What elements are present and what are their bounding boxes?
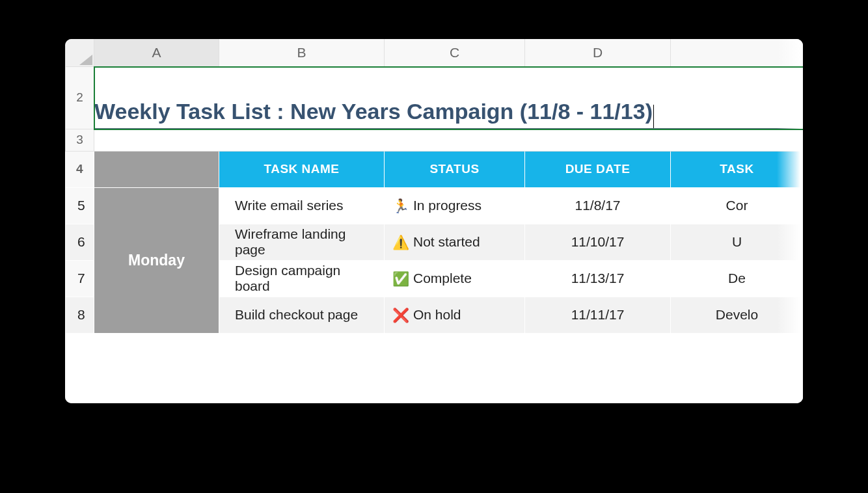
cell-due[interactable]: 11/11/17	[525, 297, 671, 333]
check-icon: ✅	[392, 271, 408, 287]
row-header-4[interactable]: 4	[66, 151, 94, 187]
status-label: Complete	[413, 271, 472, 286]
warning-icon: ⚠️	[392, 235, 408, 250]
fade-bottom	[65, 364, 803, 403]
x-icon: ❌	[392, 308, 408, 323]
day-label-cell[interactable]: Monday	[94, 187, 219, 333]
col-task-name[interactable]: TASK NAME	[219, 151, 385, 187]
cell-status[interactable]: ⚠️Not started	[385, 224, 525, 260]
column-header-B[interactable]: B	[219, 39, 385, 66]
cell-status[interactable]: ❌On hold	[385, 297, 525, 333]
column-header-row: A B C D	[66, 39, 804, 66]
row-header-7[interactable]: 7	[66, 260, 94, 297]
column-header-D[interactable]: D	[525, 39, 671, 66]
cell-due[interactable]: 11/13/17	[525, 260, 671, 297]
cell-extra[interactable]: Develo	[671, 297, 804, 333]
cell-task[interactable]: Design campaign board	[219, 260, 385, 297]
status-label: In progress	[413, 198, 481, 213]
cell-extra[interactable]: De	[671, 260, 804, 297]
status-label: Not started	[413, 235, 480, 250]
spreadsheet-grid[interactable]: A B C D 2 Weekly Task List : New Years C…	[65, 39, 803, 334]
cell-task[interactable]: Build checkout page	[219, 297, 385, 333]
cell-status[interactable]: ✅Complete	[385, 260, 525, 297]
running-icon: 🏃	[392, 198, 408, 214]
empty-cell[interactable]	[94, 129, 804, 151]
table-row: 5 Monday Write email series 🏃In progress…	[66, 187, 804, 224]
cell-task[interactable]: Wireframe landing page	[219, 224, 385, 260]
table-corner-cell[interactable]	[94, 151, 219, 187]
title-cell[interactable]: Weekly Task List : New Years Campaign (1…	[94, 66, 804, 129]
col-due-date[interactable]: DUE DATE	[525, 151, 671, 187]
sheet-title: Weekly Task List : New Years Campaign (1…	[94, 99, 653, 124]
status-label: On hold	[413, 308, 461, 323]
title-row: 2 Weekly Task List : New Years Campaign …	[66, 66, 804, 129]
col-extra[interactable]: TASK	[671, 151, 804, 187]
cell-extra[interactable]: U	[671, 224, 804, 260]
cell-extra[interactable]: Cor	[671, 187, 804, 224]
column-header-E[interactable]	[671, 39, 804, 66]
row-header-6[interactable]: 6	[66, 224, 94, 260]
text-cursor	[653, 105, 654, 128]
cell-status[interactable]: 🏃In progress	[385, 187, 525, 224]
column-header-A[interactable]: A	[94, 39, 219, 66]
cell-task[interactable]: Write email series	[219, 187, 385, 224]
row-header-2[interactable]: 2	[66, 66, 94, 129]
cell-due[interactable]: 11/10/17	[525, 224, 671, 260]
table-header-row: 4 TASK NAME STATUS DUE DATE TASK	[66, 151, 804, 187]
row-header-3[interactable]: 3	[66, 129, 94, 151]
column-header-C[interactable]: C	[385, 39, 525, 66]
select-all-corner[interactable]	[66, 39, 94, 66]
row-header-5[interactable]: 5	[66, 187, 94, 224]
col-status[interactable]: STATUS	[385, 151, 525, 187]
row-header-8[interactable]: 8	[66, 297, 94, 333]
spacer-row: 3	[66, 129, 804, 151]
spreadsheet-card: A B C D 2 Weekly Task List : New Years C…	[65, 39, 803, 403]
cell-due[interactable]: 11/8/17	[525, 187, 671, 224]
